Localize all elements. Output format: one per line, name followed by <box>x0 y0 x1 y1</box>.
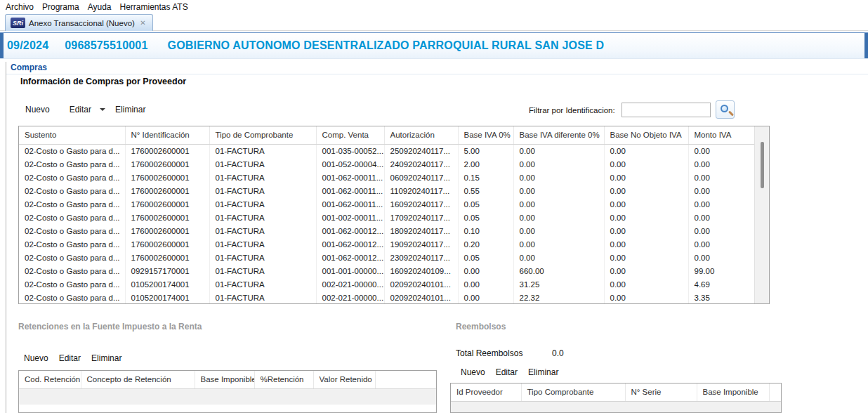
menu-item-herramientas-ats[interactable]: Herramientas ATS <box>116 1 192 13</box>
table-row[interactable]: 02-Costo o Gasto para d...17600026000010… <box>19 251 755 264</box>
table-scrollbar[interactable] <box>754 126 769 303</box>
column-header[interactable]: Valor Retenido <box>313 371 375 388</box>
table-cell: 0.00 <box>604 144 688 157</box>
table-cell: 01-FACTURA <box>209 251 316 264</box>
table-cell: 0.00 <box>688 144 755 157</box>
compras-table-body: 02-Costo o Gasto para d...17600026000010… <box>19 144 755 304</box>
search-button[interactable] <box>716 100 735 119</box>
table-cell: 001-002-00011... <box>316 211 384 224</box>
table-row[interactable]: 02-Costo o Gasto para d...17600026000010… <box>19 171 755 184</box>
column-header[interactable]: Id Proveedor <box>451 383 521 401</box>
table-cell: 0.00 <box>604 211 688 224</box>
right-edge-stripe <box>864 33 868 58</box>
column-header[interactable]: N° Identificación <box>125 126 209 144</box>
column-header[interactable]: Tipo Comprobante <box>521 383 625 401</box>
column-header[interactable]: Autorización <box>384 126 458 144</box>
table-cell: 2.00 <box>458 157 513 171</box>
reembolsos-editar-button[interactable]: Editar <box>496 367 518 377</box>
table-cell: 001-062-00011... <box>316 197 384 211</box>
table-cell: 0.00 <box>513 224 604 237</box>
table-cell: 1760002600001 <box>125 184 209 197</box>
column-header[interactable]: Cod. Retención <box>19 371 81 388</box>
retenciones-eliminar-button[interactable]: Eliminar <box>91 353 121 363</box>
reembolsos-nuevo-button[interactable]: Nuevo <box>461 367 485 377</box>
table-row[interactable]: 02-Costo o Gasto para d...17600026000010… <box>19 237 755 251</box>
table-row[interactable]: 02-Costo o Gasto para d...17600026000010… <box>19 197 755 211</box>
column-header[interactable]: Concepto de Retención <box>81 371 195 388</box>
column-header[interactable]: Monto IVA <box>688 126 755 144</box>
table-cell: 0105200174001 <box>125 291 209 304</box>
table-cell: 002-021-00000... <box>316 291 384 304</box>
table-cell: 660.00 <box>513 264 604 277</box>
editar-button[interactable]: Editar <box>70 105 91 114</box>
empty-row <box>19 389 436 405</box>
empty-row <box>451 402 781 413</box>
retenciones-nuevo-button[interactable]: Nuevo <box>24 353 48 363</box>
retenciones-editar-button[interactable]: Editar <box>59 353 81 363</box>
column-header[interactable] <box>375 371 436 388</box>
table-cell: 020920240101... <box>384 291 458 304</box>
table-cell: 0.00 <box>604 291 688 304</box>
table-cell: 01-FACTURA <box>209 264 316 277</box>
column-header[interactable]: Base Imponible <box>195 371 254 388</box>
table-cell: 0.00 <box>458 264 513 277</box>
table-cell: 0.00 <box>688 157 755 171</box>
menu-bar: Archivo Programa Ayuda Herramientas ATS <box>0 0 868 14</box>
column-header[interactable]: %Retención <box>254 371 313 388</box>
eliminar-button[interactable]: Eliminar <box>115 105 145 114</box>
retenciones-table-header-row: Cod. RetenciónConcepto de RetenciónBase … <box>19 371 436 388</box>
filter-input[interactable] <box>622 103 711 117</box>
table-cell: 02-Costo o Gasto para d... <box>19 144 125 157</box>
table-cell: 01-FACTURA <box>209 277 316 291</box>
table-cell: 0.55 <box>458 184 513 197</box>
editar-dropdown-icon[interactable] <box>100 108 105 111</box>
total-reembolsos-row: Total Reembolsos 0.0 <box>456 348 522 358</box>
table-row[interactable]: 02-Costo o Gasto para d...17600026000010… <box>19 144 755 157</box>
reembolsos-eliminar-button[interactable]: Eliminar <box>528 367 558 377</box>
column-header[interactable]: Base Imponible <box>697 383 769 401</box>
editor-tab-strip: SRi Anexo Transaccional (Nuevo) ✕ <box>0 14 868 31</box>
menu-item-ayuda[interactable]: Ayuda <box>84 1 116 13</box>
table-cell: 0.00 <box>513 237 604 251</box>
column-header[interactable]: Comp. Venta <box>316 126 384 144</box>
column-header[interactable]: Sustento <box>19 126 125 144</box>
table-row[interactable]: 02-Costo o Gasto para d...17600026000010… <box>19 184 755 197</box>
table-row[interactable]: 02-Costo o Gasto para d...17600026000010… <box>19 224 755 237</box>
table-row[interactable]: 02-Costo o Gasto para d...01052001740010… <box>19 277 755 291</box>
ruc-label: 0968575510001 <box>65 39 147 52</box>
table-cell: 001-062-00011... <box>316 171 384 184</box>
table-cell: 0105200174001 <box>125 277 209 291</box>
compras-table: SustentoN° IdentificaciónTipo de Comprob… <box>19 126 755 304</box>
table-row[interactable]: 02-Costo o Gasto para d...17600026000010… <box>19 157 755 171</box>
tab-anexo-transaccional[interactable]: SRi Anexo Transaccional (Nuevo) ✕ <box>5 14 153 31</box>
table-cell: 0.00 <box>688 184 755 197</box>
table-row[interactable]: 02-Costo o Gasto para d...09291571700010… <box>19 264 755 277</box>
table-cell: 0.15 <box>458 171 513 184</box>
reembolsos-table-container: Id ProveedorTipo ComprobanteN° SerieBase… <box>450 383 782 413</box>
scrollbar-thumb[interactable] <box>761 142 764 188</box>
column-header[interactable] <box>769 383 781 401</box>
column-header[interactable]: Tipo de Comprobante <box>209 126 316 144</box>
column-header[interactable]: Base IVA 0% <box>458 126 513 144</box>
table-cell: 1760002600001 <box>125 237 209 251</box>
table-row[interactable]: 02-Costo o Gasto para d...17600026000010… <box>19 211 755 224</box>
menu-item-archivo[interactable]: Archivo <box>1 1 38 13</box>
nuevo-button[interactable]: Nuevo <box>25 105 50 114</box>
table-row[interactable]: 02-Costo o Gasto para d...01052001740010… <box>19 291 755 304</box>
table-cell: 0.00 <box>688 251 755 264</box>
table-cell: 0.05 <box>458 251 513 264</box>
tab-close-icon[interactable]: ✕ <box>138 18 147 27</box>
table-cell: 02-Costo o Gasto para d... <box>19 211 125 224</box>
total-reembolsos-value: 0.0 <box>552 348 564 358</box>
table-cell: 1760002600001 <box>125 144 209 157</box>
reembolsos-table: Id ProveedorTipo ComprobanteN° SerieBase… <box>451 383 781 402</box>
section-band: Compras <box>6 62 868 74</box>
table-cell: 1760002600001 <box>125 171 209 184</box>
table-cell: 02-Costo o Gasto para d... <box>19 277 125 291</box>
table-cell: 0.20 <box>458 237 513 251</box>
column-header[interactable]: Base No Objeto IVA <box>604 126 688 144</box>
table-cell: 0.00 <box>604 264 688 277</box>
column-header[interactable]: Base IVA diferente 0% <box>513 126 604 144</box>
column-header[interactable]: N° Serie <box>625 383 697 401</box>
menu-item-programa[interactable]: Programa <box>38 1 84 13</box>
